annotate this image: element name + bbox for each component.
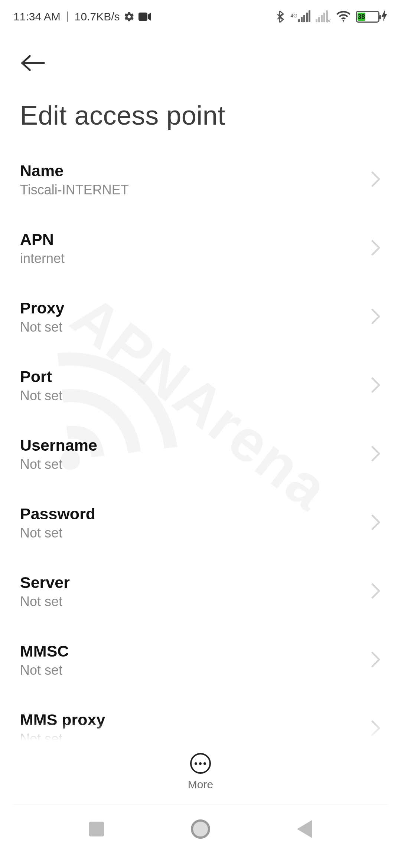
- settings-label: Proxy: [20, 299, 65, 317]
- more-icon: [190, 753, 211, 774]
- settings-value: Not set: [20, 594, 70, 609]
- settings-row-mmsc[interactable]: MMSC Not set: [20, 626, 381, 694]
- settings-row-port[interactable]: Port Not set: [20, 351, 381, 420]
- settings-row-username[interactable]: Username Not set: [20, 420, 381, 489]
- back-button[interactable]: [20, 48, 50, 78]
- settings-label: Name: [20, 162, 129, 180]
- settings-label: Server: [20, 573, 70, 592]
- chevron-right-icon: [371, 651, 381, 669]
- signal-1: 4G: [290, 11, 310, 22]
- status-left: 11:34 AM 10.7KB/s: [13, 10, 151, 23]
- settings-value: Tiscali-INTERNET: [20, 182, 129, 198]
- charging-icon: [381, 10, 388, 24]
- signal-2-none: ✕: [316, 11, 331, 22]
- more-label: More: [188, 778, 213, 791]
- settings-row-server[interactable]: Server Not set: [20, 557, 381, 626]
- signal-x-icon: ✕: [326, 17, 331, 24]
- settings-row-name[interactable]: Name Tiscali-INTERNET: [20, 145, 381, 214]
- chevron-right-icon: [371, 377, 381, 395]
- settings-label: MMSC: [20, 642, 69, 660]
- chevron-right-icon: [371, 583, 381, 601]
- settings-label: Password: [20, 505, 95, 523]
- settings-value: Not set: [20, 525, 95, 541]
- settings-value: Not set: [20, 457, 97, 472]
- signal-network-label: 4G: [290, 13, 297, 19]
- bluetooth-icon: [276, 10, 285, 23]
- settings-row-mms-proxy[interactable]: MMS proxy Not set: [20, 694, 381, 744]
- nav-recent-button[interactable]: [80, 812, 113, 846]
- page-title: Edit access point: [0, 78, 401, 145]
- chevron-right-icon: [371, 240, 381, 257]
- settings-label: APN: [20, 230, 65, 249]
- svg-point-1: [343, 20, 345, 22]
- more-button[interactable]: More: [188, 753, 213, 791]
- settings-label: Username: [20, 436, 97, 454]
- settings-value: Not set: [20, 319, 65, 335]
- settings-value: internet: [20, 251, 65, 266]
- status-data-rate: 10.7KB/s: [75, 10, 120, 23]
- settings-row-password[interactable]: Password Not set: [20, 489, 381, 557]
- chevron-right-icon: [371, 720, 381, 738]
- settings-label: MMS proxy: [20, 711, 105, 729]
- status-bar: 11:34 AM 10.7KB/s 4G ✕ 38: [0, 0, 401, 33]
- chevron-right-icon: [371, 171, 381, 189]
- battery-indicator: 38: [356, 10, 388, 24]
- circle-icon: [191, 819, 210, 839]
- square-icon: [89, 822, 104, 836]
- settings-value: Not set: [20, 388, 62, 404]
- settings-row-apn[interactable]: APN internet: [20, 214, 381, 283]
- settings-value: Not set: [20, 662, 69, 678]
- settings-value: Not set: [20, 731, 105, 744]
- svg-rect-0: [138, 13, 147, 21]
- video-icon: [138, 12, 151, 21]
- settings-label: Port: [20, 368, 62, 386]
- system-nav-bar: [0, 805, 401, 868]
- bottom-action-bar: More: [0, 744, 401, 800]
- chevron-right-icon: [371, 445, 381, 463]
- status-time: 11:34 AM: [13, 10, 61, 23]
- triangle-left-icon: [297, 820, 312, 838]
- chevron-right-icon: [371, 308, 381, 326]
- wifi-icon: [336, 11, 351, 22]
- status-right: 4G ✕ 38: [276, 10, 388, 24]
- header: [0, 33, 401, 78]
- settings-row-proxy[interactable]: Proxy Not set: [20, 283, 381, 351]
- gear-icon: [124, 11, 135, 22]
- nav-back-button[interactable]: [288, 812, 321, 846]
- status-divider: [67, 11, 68, 22]
- battery-percent: 38: [358, 13, 365, 21]
- content-scroll[interactable]: APNArena Edit access point Name Tiscali-…: [0, 33, 401, 744]
- arrow-left-icon: [20, 54, 46, 72]
- nav-home-button[interactable]: [184, 812, 217, 846]
- settings-list: Name Tiscali-INTERNET APN internet Proxy…: [0, 145, 401, 744]
- chevron-right-icon: [371, 514, 381, 532]
